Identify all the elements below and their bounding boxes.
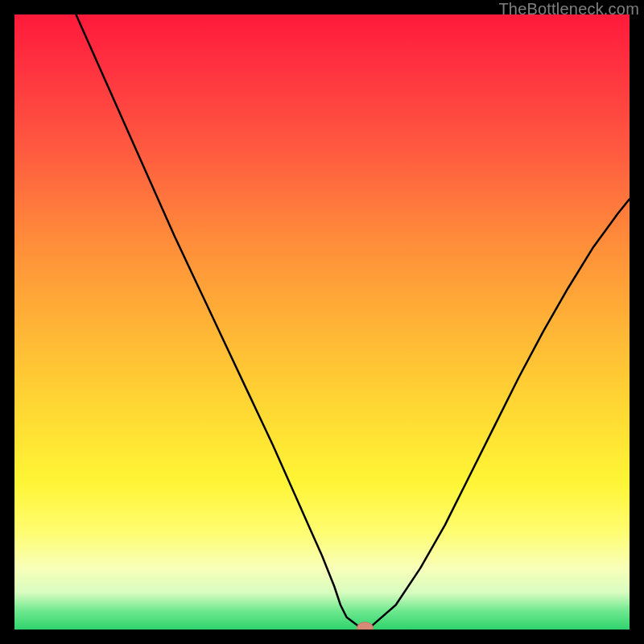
bottleneck-curve	[76, 14, 630, 626]
chart-frame: TheBottleneck.com	[0, 0, 644, 644]
min-point-marker	[357, 622, 374, 630]
watermark-text: TheBottleneck.com	[498, 0, 639, 19]
chart-svg	[14, 14, 630, 630]
